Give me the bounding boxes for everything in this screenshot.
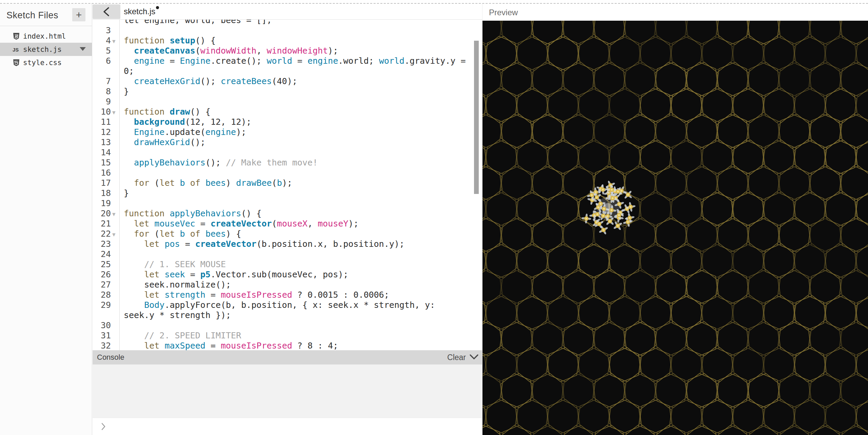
hex-cell [482, 62, 502, 97]
token-fn: seek [164, 270, 185, 279]
line-number: 10 [93, 107, 111, 117]
hex-cell [809, 114, 842, 149]
file-options-chevron-icon[interactable] [80, 47, 86, 51]
console-collapse-button[interactable] [468, 354, 482, 361]
hex-cell [578, 348, 610, 382]
code-text[interactable]: let mouseVec = createVector(mouseX, mous… [124, 219, 358, 229]
code-text[interactable]: engine = Engine.create(); world = engine… [124, 56, 466, 66]
hex-cell [655, 62, 687, 97]
hex-cell [717, 114, 749, 149]
sidebar-item-index.html[interactable]: index.html [0, 29, 92, 43]
code-text[interactable]: applyBehaviors(); // Make them move! [124, 158, 318, 168]
hex-cell [532, 62, 564, 97]
code-text[interactable]: createCanvas(windowWidth, windowHeight); [124, 46, 338, 56]
code-text[interactable]: let seek = p5.Vector.sub(mouseVec, pos); [124, 270, 348, 280]
code-text[interactable]: Engine.update(engine); [124, 127, 246, 137]
code-text[interactable]: seek.normalize(); [124, 280, 231, 290]
tab-back-button[interactable] [93, 4, 120, 19]
token-tx: , [308, 219, 318, 229]
code-text[interactable]: seek.y * strength }); [124, 310, 231, 320]
sidebar-item-style.css[interactable]: style.css [0, 56, 92, 69]
tab-sketch-js[interactable]: sketch.js [124, 7, 159, 16]
hex-cell [482, 36, 487, 71]
console-header: Console Clear [93, 350, 482, 364]
gutter-cell [111, 20, 124, 25]
token-tx: .update( [164, 127, 205, 137]
code-editor[interactable]: let engine, world, bees = [];34▾function… [93, 20, 482, 350]
token-bfn: background [134, 117, 185, 127]
hex-cell [717, 21, 749, 45]
hex-cell [701, 296, 733, 330]
hex-cell [732, 36, 764, 71]
sketch-canvas[interactable] [482, 21, 868, 435]
code-text[interactable]: // 1. SEEK MOUSE [124, 259, 226, 270]
token-tx [124, 259, 144, 269]
token-tx: () { [241, 209, 261, 218]
hex-cell [748, 166, 780, 200]
gutter-cell [111, 259, 124, 270]
code-text[interactable]: function draw() { [124, 107, 211, 117]
code-text[interactable]: let maxSpeed = mouseIsPressed ? 8 : 4; [124, 341, 338, 350]
code-text[interactable]: } [124, 188, 129, 198]
hex-cell [701, 88, 733, 122]
token-fn: applyBehaviors [170, 209, 241, 218]
hex-cell [609, 36, 641, 71]
hex-cell [532, 114, 564, 149]
hex-cell [563, 426, 595, 435]
token-fn: mouseVec [154, 219, 195, 229]
fold-arrow-icon[interactable]: ▾ [112, 36, 116, 46]
code-text[interactable]: let strength = mouseIsPressed ? 0.0015 :… [124, 290, 389, 300]
code-text[interactable]: for (let b of bees) { [124, 229, 241, 239]
code-text[interactable]: 0; [124, 66, 134, 76]
hex-cell [655, 374, 687, 408]
hex-cell [482, 348, 487, 382]
token-tx: ( [195, 46, 200, 56]
code-line: 25 // 1. SEEK MOUSE [93, 259, 482, 270]
hex-cell [655, 218, 687, 252]
hex-cell [840, 270, 868, 304]
editor-scrollbar[interactable] [474, 41, 479, 194]
hex-cell [516, 296, 548, 330]
token-kw: function [124, 209, 170, 218]
code-line: 18} [93, 188, 482, 198]
hex-cell [578, 399, 610, 434]
code-text[interactable]: function setup() { [124, 36, 216, 46]
hex-cell [748, 218, 780, 252]
code-text[interactable]: let pos = createVector(b.position.x, b.p… [124, 239, 405, 249]
hex-cell [655, 166, 687, 200]
hex-cell [809, 62, 842, 97]
code-text[interactable]: // 2. SPEED LIMITER [124, 331, 241, 341]
code-text[interactable]: } [124, 86, 129, 97]
fold-arrow-icon[interactable]: ▾ [112, 209, 116, 219]
gutter-cell [111, 331, 124, 341]
fold-arrow-icon[interactable]: ▾ [112, 229, 116, 239]
code-text[interactable]: for (let b of bees) drawBee(b); [124, 178, 292, 188]
token-tx: let engine, world, bees = []; [124, 20, 272, 25]
hex-cell [717, 218, 749, 252]
code-text[interactable]: background(12, 12, 12); [124, 117, 251, 127]
code-text[interactable]: let engine, world, bees = []; [124, 20, 272, 25]
token-bfn: createCanvas [134, 46, 195, 56]
hex-cell [624, 62, 656, 97]
token-tx [200, 229, 205, 239]
hex-cell [639, 399, 672, 434]
hex-cell [794, 296, 826, 330]
hex-cell [732, 88, 764, 122]
hex-cell [732, 140, 764, 174]
code-text[interactable]: function applyBehaviors() { [124, 209, 261, 219]
clear-console-button[interactable]: Clear [445, 353, 468, 362]
code-text[interactable]: drawHexGrid(); [124, 137, 205, 147]
add-file-button[interactable]: + [72, 8, 85, 21]
code-text[interactable]: createHexGrid(); createBees(40); [124, 76, 297, 86]
hex-cell [624, 322, 656, 356]
hex-cell [655, 374, 687, 408]
hex-cell [732, 192, 764, 226]
hex-cell [655, 270, 687, 304]
hex-cell [794, 192, 826, 226]
code-text[interactable]: Body.applyForce(b, b.position, { x: seek… [124, 300, 435, 310]
token-tx: () { [190, 107, 211, 117]
sidebar-item-sketch.js[interactable]: JSsketch.js [0, 43, 92, 56]
fold-arrow-icon[interactable]: ▾ [112, 107, 116, 117]
console-input-row[interactable] [93, 418, 482, 435]
hex-cell [670, 140, 703, 174]
